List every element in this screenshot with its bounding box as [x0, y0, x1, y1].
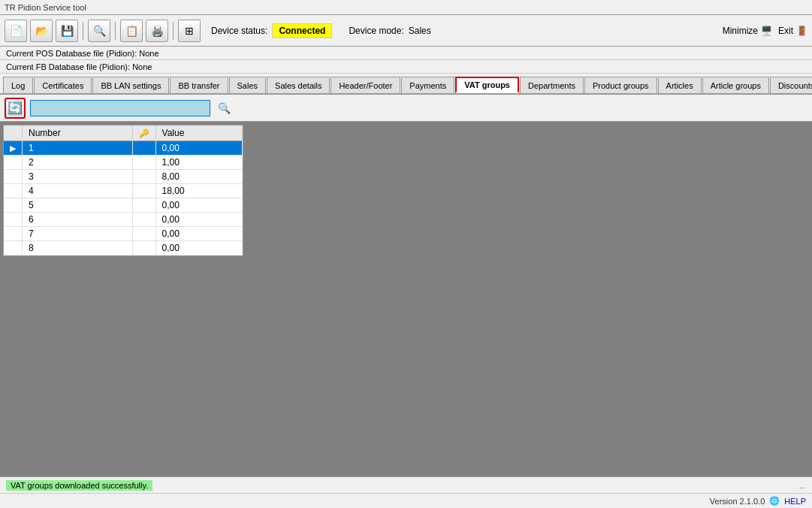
table-row[interactable]: 50,00	[4, 198, 243, 213]
row-number: 4	[23, 184, 133, 198]
row-value: 0,00	[155, 141, 242, 156]
refresh-icon: 🔄	[8, 101, 23, 115]
table-row[interactable]: 70,00	[4, 227, 243, 241]
search-input[interactable]	[30, 100, 210, 116]
table-row[interactable]: 21,00	[4, 156, 243, 170]
search-icon: 🔍	[218, 102, 231, 114]
row-indicator: ▶	[4, 141, 23, 156]
find-button[interactable]: 🔍	[88, 20, 110, 42]
row-number: 6	[23, 213, 133, 227]
tab-bb-lan[interactable]: BB LAN settings	[92, 77, 169, 93]
search-button[interactable]: 🔍	[215, 99, 233, 117]
table-body: ▶10,0021,0038,00418,0050,0060,0070,0080,…	[4, 141, 243, 256]
table-row[interactable]: 418,00	[4, 184, 243, 198]
row-number: 3	[23, 170, 133, 184]
row-indicator	[4, 213, 23, 227]
toolbar-right: Minimize 🖥️ Exit 🚪	[723, 26, 807, 36]
device-status-value: Connected	[272, 23, 332, 38]
row-value: 0,00	[155, 227, 242, 241]
row-number: 7	[23, 227, 133, 241]
row-key	[132, 227, 155, 241]
row-indicator	[4, 241, 23, 256]
row-key	[132, 170, 155, 184]
tab-log[interactable]: Log	[3, 77, 33, 93]
row-indicator	[4, 184, 23, 198]
tab-payments[interactable]: Payments	[401, 77, 454, 93]
save-button[interactable]: 💾	[56, 20, 78, 42]
col-indicator	[4, 125, 23, 141]
action-bar: 🔄 🔍	[0, 95, 812, 122]
status-dots: ...	[799, 481, 806, 490]
copy-button[interactable]: 📋	[120, 20, 143, 42]
row-key	[132, 241, 155, 256]
status-message: VAT groups downloaded successfully.	[6, 480, 152, 491]
tab-product-groups[interactable]: Product groups	[584, 77, 657, 93]
row-indicator	[4, 156, 23, 170]
key-icon: 🔑	[139, 129, 149, 138]
tab-sales-details[interactable]: Sales details	[267, 77, 330, 93]
row-value: 0,00	[155, 241, 242, 256]
tab-header-footer[interactable]: Header/Footer	[331, 77, 400, 93]
grid-button[interactable]: ⊞	[178, 20, 201, 42]
row-key	[132, 141, 155, 156]
refresh-button[interactable]: 🔄	[5, 98, 26, 119]
vat-table: Number 🔑 Value ▶10,0021,0038,00418,0050,…	[4, 125, 243, 256]
row-value: 0,00	[155, 198, 242, 213]
row-value: 18,00	[155, 184, 242, 198]
open-button[interactable]: 📂	[30, 20, 53, 42]
help-link[interactable]: HELP	[784, 497, 806, 506]
row-value: 8,00	[155, 170, 242, 184]
current-pos-info: Current POS Database file (Pidion): None	[0, 47, 812, 60]
tab-bb-transfer[interactable]: BB transfer	[170, 77, 228, 93]
tab-departments[interactable]: Departments	[520, 77, 584, 93]
col-number-header: Number	[23, 125, 133, 141]
left-panel: Number 🔑 Value ▶10,0021,0038,00418,0050,…	[0, 122, 252, 476]
minimize-button[interactable]: Minimize 🖥️	[723, 26, 772, 36]
current-pos-text: Current POS Database file (Pidion): None	[6, 49, 159, 58]
tab-sales[interactable]: Sales	[229, 77, 267, 93]
exit-label: Exit	[778, 26, 793, 36]
col-value-header: Value	[155, 125, 242, 141]
row-indicator	[4, 227, 23, 241]
device-status-area: Device status: Connected Device mode: Sa…	[211, 23, 431, 38]
print-button[interactable]: 🖨️	[146, 20, 168, 42]
device-mode-label: Device mode:	[349, 26, 403, 36]
table-row[interactable]: ▶10,00	[4, 141, 243, 156]
table-row[interactable]: 80,00	[4, 241, 243, 256]
tab-vat-groups[interactable]: VAT groups	[455, 77, 519, 93]
row-number: 8	[23, 241, 133, 256]
title-bar: TR Pidion Service tool	[0, 0, 812, 15]
row-key	[132, 184, 155, 198]
minimize-icon: 🖥️	[761, 26, 772, 36]
row-key	[132, 156, 155, 170]
row-key	[132, 198, 155, 213]
current-fb-info: Current FB Database file (Pidion): None	[0, 60, 812, 74]
status-bar: VAT groups downloaded successfully. ...	[0, 476, 812, 493]
content-area: Number 🔑 Value ▶10,0021,0038,00418,0050,…	[0, 122, 812, 476]
help-icon: 🌐	[769, 496, 780, 506]
new-button[interactable]: 📄	[5, 20, 27, 42]
table-row[interactable]: 60,00	[4, 213, 243, 227]
main-wrapper: 🔄 🔍 Number 🔑 Value	[0, 95, 812, 476]
device-status-label: Device status:	[211, 26, 267, 36]
row-number: 5	[23, 198, 133, 213]
toolbar: 📄 📂 💾 🔍 📋 🖨️ ⊞ Device status: Connected …	[0, 15, 812, 47]
tab-discounts[interactable]: Discounts	[770, 77, 812, 93]
row-number: 1	[23, 141, 133, 156]
tab-bar: Log Certificates BB LAN settings BB tran…	[0, 74, 812, 95]
title-text: TR Pidion Service tool	[5, 3, 86, 12]
tab-articles[interactable]: Articles	[658, 77, 702, 93]
separator-3	[173, 22, 174, 40]
tab-certificates[interactable]: Certificates	[34, 77, 92, 93]
table-container: Number 🔑 Value ▶10,0021,0038,00418,0050,…	[3, 125, 243, 256]
row-value: 1,00	[155, 156, 242, 170]
tab-article-groups[interactable]: Article groups	[702, 77, 769, 93]
row-value: 0,00	[155, 213, 242, 227]
exit-button[interactable]: Exit 🚪	[778, 26, 807, 36]
row-indicator	[4, 170, 23, 184]
minimize-label: Minimize	[723, 26, 758, 36]
table-row[interactable]: 38,00	[4, 170, 243, 184]
table-header-row: Number 🔑 Value	[4, 125, 243, 141]
bottom-bar: Version 2.1.0.0 🌐 HELP	[0, 493, 812, 508]
device-mode-value: Sales	[409, 26, 431, 36]
